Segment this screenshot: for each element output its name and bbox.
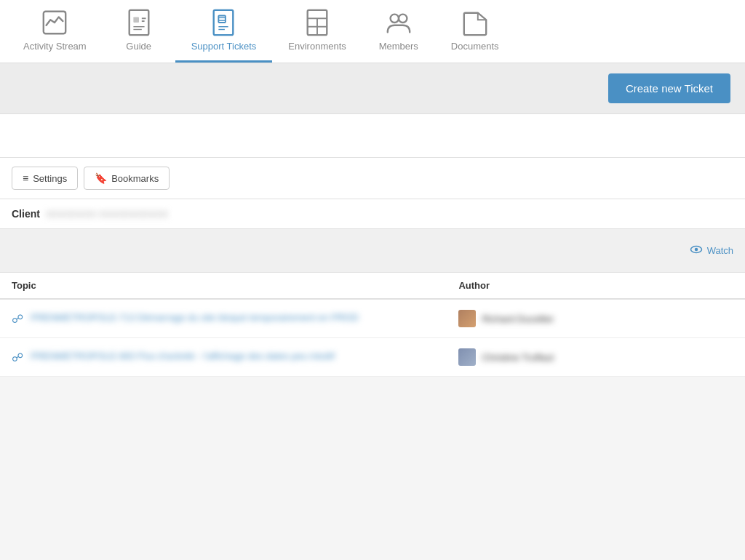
bookmarks-label: Bookmarks	[111, 173, 159, 184]
client-label: Client	[12, 208, 40, 220]
settings-icon: ≡	[23, 172, 28, 184]
svg-point-20	[694, 248, 698, 252]
author-column-header: Author	[447, 273, 745, 299]
author-cell: Richard Ducellier	[447, 299, 745, 338]
documents-icon	[461, 9, 489, 36]
svg-rect-2	[133, 17, 139, 23]
nav-label-members: Members	[379, 41, 418, 52]
create-ticket-button[interactable]: Create new Ticket	[608, 73, 730, 103]
topic-text[interactable]: PRENMETROPOLE-713 Démarrage du site bloq…	[31, 311, 359, 324]
watch-button[interactable]: Watch	[690, 243, 733, 258]
nav-label-activity-stream: Activity Stream	[23, 41, 87, 52]
svg-point-18	[399, 15, 407, 23]
avatar	[458, 310, 476, 327]
bookmarks-button[interactable]: 🔖 Bookmarks	[84, 167, 170, 190]
table-row: ☍ PRENMETROPOLE-683 Flux d'activité - l'…	[0, 338, 745, 377]
svg-rect-8	[219, 16, 226, 23]
tickets-table: Topic Author ☍ PRENMETROPOLE-713 Démarra…	[0, 273, 745, 377]
table-row: ☍ PRENMETROPOLE-713 Démarrage du site bl…	[0, 299, 745, 338]
activity-stream-icon	[41, 9, 68, 36]
filter-buttons: ≡ Settings 🔖 Bookmarks	[12, 167, 733, 199]
search-area	[0, 114, 745, 158]
topic-cell: ☍ PRENMETROPOLE-683 Flux d'activité - l'…	[0, 338, 447, 377]
gray-spacer: Watch	[0, 229, 745, 273]
message-icon: ☍	[12, 351, 23, 364]
nav-label-support-tickets: Support Tickets	[191, 41, 257, 52]
environments-icon	[303, 9, 331, 36]
top-navigation: Activity Stream Guide Support Tickets	[0, 0, 745, 63]
author-cell: Christine Truffaut	[447, 338, 745, 377]
bookmark-icon: 🔖	[95, 172, 107, 184]
guide-icon	[125, 9, 153, 36]
nav-item-support-tickets[interactable]: Support Tickets	[175, 0, 273, 63]
members-icon	[385, 9, 413, 36]
action-bar: Create new Ticket	[0, 63, 745, 114]
client-row: Client XXXXXXXX XXXXXXXXXXX	[0, 199, 745, 229]
nav-item-guide[interactable]: Guide	[103, 0, 175, 63]
topic-column-header: Topic	[0, 273, 447, 299]
author-name: Christine Truffaut	[482, 352, 554, 363]
nav-item-environments[interactable]: Environments	[272, 0, 362, 63]
client-value: XXXXXXXX XXXXXXXXXXX	[46, 209, 168, 220]
avatar	[458, 348, 476, 366]
support-tickets-icon	[210, 9, 237, 36]
watch-label: Watch	[707, 245, 733, 256]
nav-item-members[interactable]: Members	[362, 0, 435, 63]
svg-point-17	[390, 15, 398, 23]
author-name: Richard Ducellier	[482, 313, 554, 324]
filter-area: ≡ Settings 🔖 Bookmarks	[0, 158, 745, 199]
eye-icon	[690, 243, 703, 258]
nav-item-activity-stream[interactable]: Activity Stream	[7, 0, 103, 63]
table-header-row: Topic Author	[0, 273, 745, 299]
nav-label-guide: Guide	[126, 41, 151, 52]
svg-rect-1	[129, 10, 148, 35]
nav-label-environments: Environments	[288, 41, 346, 52]
nav-label-documents: Documents	[451, 41, 499, 52]
nav-item-documents[interactable]: Documents	[435, 0, 515, 63]
message-icon: ☍	[12, 312, 23, 326]
topic-text[interactable]: PRENMETROPOLE-683 Flux d'activité - l'af…	[31, 350, 335, 363]
topic-cell: ☍ PRENMETROPOLE-713 Démarrage du site bl…	[0, 299, 447, 338]
settings-label: Settings	[33, 173, 67, 184]
settings-button[interactable]: ≡ Settings	[12, 167, 78, 190]
